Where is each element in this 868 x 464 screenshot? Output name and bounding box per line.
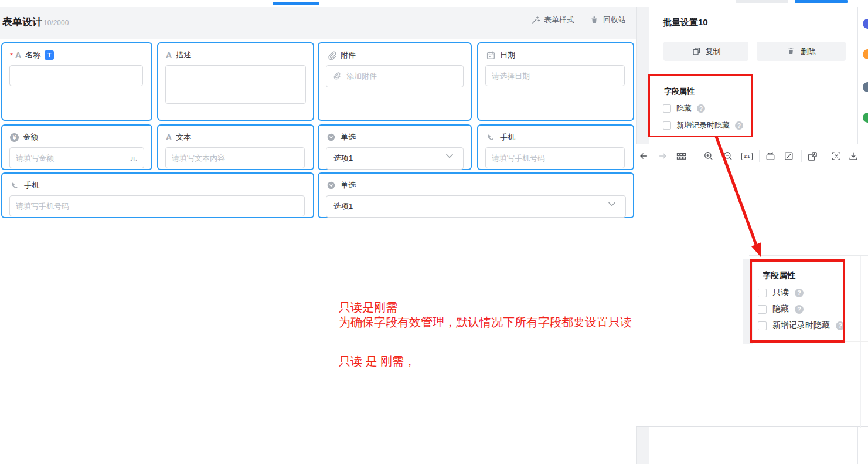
field-label-row: ¥ 金额	[2, 126, 151, 143]
red-highlight-box	[648, 74, 753, 137]
form-style-button[interactable]: 表单样式	[530, 15, 574, 25]
copy-icon	[692, 46, 702, 56]
annotation-line-3: 只读 是 刚需，	[339, 354, 632, 369]
field-label-row: * A 名称 T	[2, 43, 151, 60]
field-counter: 10/2000	[43, 19, 69, 27]
toolbar-separator	[759, 150, 760, 162]
back-arrow-button[interactable]	[638, 150, 649, 162]
inactive-tab-indicator	[736, 0, 788, 3]
field-label-text: 手机	[24, 180, 39, 191]
toolbar-separator	[801, 150, 802, 162]
paperclip-icon	[326, 50, 336, 60]
select-control[interactable]: 选项1	[326, 195, 626, 218]
toolbar-separator	[695, 150, 695, 162]
copy-button[interactable]: 复制	[663, 42, 748, 61]
text-input[interactable]	[165, 147, 305, 168]
forward-arrow-button[interactable]	[657, 150, 669, 162]
field-label-text: 单选	[341, 132, 356, 143]
field-card-select[interactable]: 单选 选项1	[318, 124, 472, 170]
active-tab-indicator-right	[795, 0, 848, 3]
name-input[interactable]	[9, 65, 143, 86]
zoom-out-button[interactable]	[722, 150, 734, 162]
field-label-text: 金额	[23, 132, 38, 143]
page-title: 表单设计	[2, 15, 42, 29]
field-card-date[interactable]: 日期	[477, 42, 634, 121]
actual-size-button[interactable]: 1:1	[741, 150, 753, 162]
field-label-row: 单选	[319, 174, 633, 191]
rotate-button[interactable]	[764, 150, 776, 162]
translate-button[interactable]	[806, 150, 818, 162]
recycle-bin-label: 回收站	[603, 15, 626, 25]
add-attachment-placeholder: 添加附件	[346, 71, 377, 82]
field-label-row: 单选	[319, 126, 471, 143]
edge-widget-green[interactable]	[863, 113, 868, 123]
required-mark: *	[10, 51, 13, 60]
phone-input[interactable]	[9, 195, 305, 216]
edge-widget-blue[interactable]	[863, 19, 868, 29]
amount-input-wrap: 元	[9, 147, 144, 168]
delete-label: 删除	[801, 46, 816, 57]
header-actions: 表单样式 回收站	[530, 15, 626, 25]
title-field-badge: T	[45, 50, 54, 60]
amount-input[interactable]	[9, 147, 144, 168]
description-textarea[interactable]	[165, 65, 306, 104]
form-style-label: 表单样式	[544, 15, 574, 25]
field-label-row: A 描述	[158, 43, 313, 60]
active-tab-indicator	[273, 2, 319, 5]
field-card-phone[interactable]: 手机	[477, 124, 634, 170]
edit-button[interactable]	[783, 150, 795, 162]
edge-widget-orange[interactable]	[863, 49, 868, 59]
field-card-text[interactable]: A 文本	[157, 124, 314, 170]
text-field-icon: A	[15, 51, 21, 59]
delete-button[interactable]: 删除	[757, 42, 846, 61]
annotation-line-1: 只读是刚需	[339, 300, 632, 315]
radio-select-icon	[326, 133, 336, 143]
amount-unit-suffix: 元	[130, 153, 137, 164]
preview-red-highlight-box	[750, 259, 845, 343]
field-card-phone-wide[interactable]: 手机	[1, 172, 314, 218]
field-label-text: 附件	[341, 50, 356, 60]
top-strip	[0, 0, 868, 7]
one-to-one-label: 1:1	[741, 153, 753, 160]
yuan-icon: ¥	[10, 133, 19, 142]
field-card-amount[interactable]: ¥ 金额 元	[1, 124, 152, 170]
phone-icon	[10, 181, 20, 191]
chevron-down-icon	[608, 202, 618, 212]
image-preview-overlay: 1:1 字段属性	[636, 144, 868, 427]
select-value: 选项1	[333, 201, 353, 212]
field-label-row: 手机	[478, 126, 633, 143]
field-card-attachment[interactable]: 附件 添加附件	[318, 42, 472, 121]
add-attachment-box[interactable]: 添加附件	[326, 65, 464, 87]
edge-widget-slate[interactable]	[863, 82, 868, 92]
text-field-icon: A	[166, 51, 172, 59]
chevron-down-icon	[446, 154, 456, 164]
ocr-text-select-button[interactable]	[830, 150, 842, 162]
preview-divider	[749, 255, 868, 256]
field-card-select-wide[interactable]: 单选 选项1	[318, 172, 634, 218]
batch-settings-title: 批量设置10	[663, 17, 708, 28]
select-value: 选项1	[333, 153, 353, 164]
field-label-text: 文本	[176, 132, 191, 143]
radio-select-icon	[326, 181, 336, 191]
field-label-row: 日期	[478, 43, 633, 60]
form-canvas: * A 名称 T A 描述 附件 添	[0, 39, 636, 464]
recycle-bin-button[interactable]: 回收站	[590, 15, 626, 25]
phone-input[interactable]	[485, 147, 625, 168]
date-input[interactable]	[485, 65, 625, 86]
paperclip-icon	[332, 72, 342, 82]
phone-icon	[486, 133, 496, 143]
field-label-text: 描述	[176, 50, 191, 60]
form-designer-header: 表单设计 10/2000 表单样式 回收站	[0, 7, 636, 39]
trash-icon	[787, 46, 796, 56]
zoom-in-button[interactable]	[703, 150, 714, 162]
field-card-name[interactable]: * A 名称 T	[1, 42, 152, 121]
field-card-description[interactable]: A 描述	[157, 42, 314, 121]
trash-icon	[590, 15, 600, 25]
red-annotation-note: 只读是刚需 为确保字段有效管理，默认情况下所有字段都要设置只读 只读 是 刚需，	[339, 300, 632, 369]
annotation-line-2: 为确保字段有效管理，默认情况下所有字段都要设置只读	[339, 315, 632, 330]
thumbnail-grid-button[interactable]	[675, 150, 687, 162]
field-label-row: 附件	[319, 43, 471, 60]
text-field-icon: A	[166, 133, 172, 141]
download-button[interactable]	[847, 150, 859, 162]
select-control[interactable]: 选项1	[326, 147, 464, 170]
